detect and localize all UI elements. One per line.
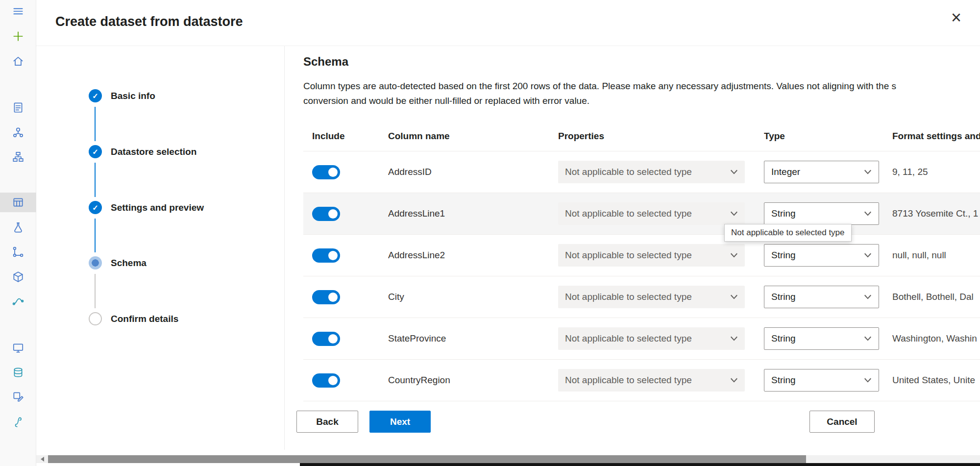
type-dropdown-value: String	[771, 375, 796, 386]
type-dropdown[interactable]: Integer	[764, 161, 879, 183]
home-icon	[12, 55, 24, 68]
check-icon: ✓	[92, 92, 98, 100]
datastores-icon	[12, 366, 24, 379]
automated-ml-icon	[12, 126, 24, 139]
include-toggle[interactable]	[312, 373, 340, 388]
sidebar-item-notebooks[interactable]	[0, 98, 36, 117]
sidebar-item-menu[interactable]	[0, 1, 36, 21]
chevron-down-icon	[864, 294, 872, 299]
table-row: StateProvince Not applicable to selected…	[303, 318, 980, 360]
experiments-icon	[12, 221, 24, 234]
col-header-include: Include	[312, 131, 388, 142]
scroll-left-arrow[interactable]	[36, 455, 48, 463]
properties-dropdown[interactable]: Not applicable to selected type	[558, 369, 745, 392]
add-icon	[12, 30, 24, 43]
properties-dropdown-value: Not applicable to selected type	[565, 167, 692, 177]
table-row: AddressLine2 Not applicable to selected …	[303, 235, 980, 276]
include-toggle[interactable]	[312, 248, 340, 263]
sidebar-item-automated-ml[interactable]	[0, 123, 36, 142]
stepper-connector	[95, 219, 96, 252]
stepper-item-schema[interactable]: Schema	[111, 258, 147, 269]
sidebar-item-datasets[interactable]	[0, 193, 36, 212]
schema-description-line1: Column types are auto-detected based on …	[303, 79, 980, 94]
column-name: StateProvince	[388, 333, 558, 344]
properties-dropdown[interactable]: Not applicable to selected type	[558, 286, 745, 308]
column-name: CountryRegion	[388, 375, 558, 386]
schema-description: Column types are auto-detected based on …	[303, 79, 980, 108]
back-button[interactable]: Back	[296, 411, 358, 433]
stepper-connector	[95, 163, 96, 197]
chevron-down-icon	[730, 170, 738, 174]
properties-dropdown[interactable]: Not applicable to selected type	[558, 202, 745, 225]
column-name: AddressLine1	[388, 208, 558, 219]
toggle-knob	[328, 168, 338, 177]
scrollbar-thumb[interactable]	[48, 455, 806, 463]
datasets-icon	[12, 196, 24, 209]
chevron-down-icon	[730, 378, 738, 383]
stepper-item-basic-info[interactable]: Basic info	[111, 91, 155, 101]
chevron-down-icon	[730, 253, 738, 258]
type-dropdown[interactable]: String	[764, 327, 879, 350]
sidebar-item-linked-services[interactable]	[0, 412, 36, 432]
close-icon[interactable]: ×	[951, 9, 961, 26]
include-toggle[interactable]	[312, 290, 340, 304]
type-dropdown[interactable]: String	[764, 369, 879, 392]
column-name: City	[388, 292, 558, 302]
linked-services-icon	[12, 416, 24, 428]
type-dropdown[interactable]: String	[764, 286, 879, 308]
stepper-divider	[284, 46, 285, 450]
type-dropdown[interactable]: String	[764, 244, 879, 267]
table-header: Include Column name Properties Type Form…	[303, 122, 980, 151]
step-current-icon	[89, 256, 102, 270]
stepper-item-confirm-details: Confirm details	[111, 314, 178, 324]
pipelines-icon	[12, 245, 24, 258]
page-title: Schema	[303, 55, 348, 69]
table-row: AddressID Not applicable to selected typ…	[303, 151, 980, 193]
table-row: CountryRegion Not applicable to selected…	[303, 360, 980, 401]
properties-dropdown-value: Not applicable to selected type	[565, 333, 692, 344]
type-dropdown-value: String	[771, 250, 796, 261]
type-dropdown-value: Integer	[771, 167, 800, 177]
sidebar-item-models[interactable]	[0, 267, 36, 287]
cancel-button[interactable]: Cancel	[809, 411, 875, 433]
include-toggle[interactable]	[312, 165, 340, 179]
stepper-connector	[95, 274, 96, 308]
step-completed-icon: ✓	[89, 89, 102, 102]
properties-dropdown[interactable]: Not applicable to selected type	[558, 244, 745, 267]
step-completed-icon: ✓	[89, 201, 102, 214]
chevron-down-icon	[864, 378, 872, 383]
bottom-dark-strip	[300, 463, 980, 466]
sidebar-item-endpoints[interactable]	[0, 292, 36, 311]
chevron-down-icon	[864, 170, 872, 174]
next-button[interactable]: Next	[369, 411, 431, 433]
col-header-type: Type	[764, 131, 892, 142]
sidebar-item-compute[interactable]	[0, 338, 36, 358]
include-toggle[interactable]	[312, 332, 340, 346]
include-toggle[interactable]	[312, 207, 340, 221]
sidebar-item-add[interactable]	[0, 26, 36, 46]
stepper-item-datastore-selection[interactable]: Datastore selection	[111, 147, 196, 157]
sidebar-item-pipelines[interactable]	[0, 242, 36, 262]
sample-values: Bothell, Bothell, Dal	[892, 292, 980, 302]
type-dropdown-value: String	[771, 208, 796, 219]
sidebar-item-experiments[interactable]	[0, 218, 36, 237]
properties-dropdown[interactable]: Not applicable to selected type	[558, 161, 745, 183]
sidebar-item-data-labeling[interactable]	[0, 387, 36, 406]
toggle-knob	[328, 376, 338, 385]
stepper-connector	[95, 107, 96, 141]
sidebar-item-designer[interactable]	[0, 147, 36, 167]
chevron-down-icon	[864, 253, 872, 258]
sample-values: Washington, Washin	[892, 333, 980, 344]
properties-dropdown[interactable]: Not applicable to selected type	[558, 327, 745, 350]
app-window: Create dataset from datastore × ✓ Basic …	[0, 0, 980, 466]
sidebar-item-datastores[interactable]	[0, 363, 36, 382]
sidebar-item-home[interactable]	[0, 51, 36, 71]
left-triangle-icon	[41, 457, 44, 462]
menu-icon	[12, 5, 24, 18]
chevron-down-icon	[730, 294, 738, 299]
type-dropdown-value: String	[771, 292, 796, 302]
step-completed-icon: ✓	[89, 145, 102, 158]
horizontal-scrollbar[interactable]	[36, 455, 980, 463]
stepper-item-settings-and-preview[interactable]: Settings and preview	[111, 202, 204, 213]
type-dropdown[interactable]: String	[764, 202, 879, 225]
